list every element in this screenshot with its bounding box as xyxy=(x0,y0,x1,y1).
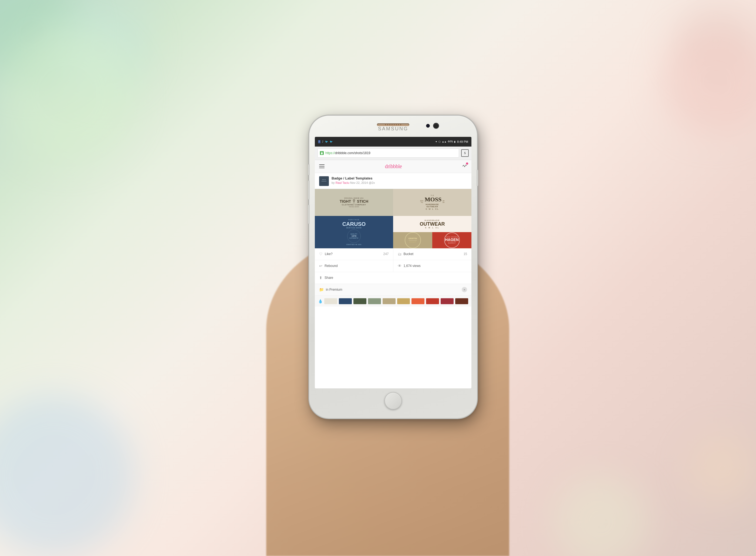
badge-handmade: HANDMADE OUTWEAR S M L XL xyxy=(393,216,472,232)
phone-screen[interactable]: f ⤴ 🐦 🐦 ✦ ⬡ ▲▲ 44% ▮ 8:49 PM xyxy=(315,137,472,388)
badge-right-column: HANDMADE OUTWEAR S M L XL GRIFFIN xyxy=(393,216,472,248)
shot-avatar: BADGE BUILDER xyxy=(319,176,329,186)
home-button[interactable] xyxy=(384,392,402,410)
shot-date: Nov 22, 2014 xyxy=(350,181,368,184)
dribbble-header: dribbble xyxy=(315,160,472,173)
palette-swatch-2[interactable] xyxy=(339,298,352,304)
bucket-action[interactable]: 🗂 Bucket 15 xyxy=(393,248,472,260)
heart-icon: ♡ xyxy=(319,252,323,256)
tabs-count: 5 xyxy=(464,151,466,155)
speaker-dot xyxy=(391,124,392,125)
griffin-circle: GRIFFIN KNIGHT xyxy=(405,232,421,248)
status-bar-right: ✦ ⬡ ▲▲ 44% ▮ 8:49 PM xyxy=(435,140,468,143)
shot-meta: by Raul Taciu Nov 22, 2014 @2x xyxy=(332,181,467,184)
badge-griffin: GRIFFIN KNIGHT xyxy=(393,232,432,248)
front-camera-lens xyxy=(433,123,439,129)
folder-icon: 📁 xyxy=(319,287,324,292)
dribbble-logo-text: dribbble xyxy=(385,163,402,170)
battery-text: 44% xyxy=(448,140,453,143)
notification-dot xyxy=(466,163,468,165)
griffin-sub: KNIGHT xyxy=(409,241,416,243)
close-x: ✕ xyxy=(463,288,466,291)
volume-down-button[interactable] xyxy=(308,180,310,200)
like-action[interactable]: ♡ Like? 247 xyxy=(315,248,393,260)
palette-swatch-10[interactable] xyxy=(455,298,468,304)
palette-swatch-5[interactable] xyxy=(383,298,396,304)
menu-button[interactable] xyxy=(319,164,324,168)
action-row-2: ↩ Rebound 👁 1,674 views xyxy=(315,260,472,272)
bokeh-6 xyxy=(0,394,135,556)
hamburger-line-2 xyxy=(319,166,324,167)
griffin-divider xyxy=(409,240,417,241)
palette-swatch-7[interactable] xyxy=(411,298,424,304)
badge-tight-stich: ORIGINAL DENIM USA TIGHT STICH CLOTHING … xyxy=(315,189,393,216)
badge-bottom-row: GRIFFIN KNIGHT VON HAGEN HAGEN S xyxy=(393,232,472,248)
dropper-icon[interactable]: 💧 xyxy=(318,299,323,303)
bucket-label: Bucket xyxy=(404,252,414,256)
badge-moss: ? 2 EST. TO MOSS 20 04 H xyxy=(393,189,472,216)
signal-icon: ▲▲ xyxy=(442,140,447,143)
views-action: 👁 1,674 views xyxy=(393,260,472,272)
hand-sizes: S M L XL xyxy=(425,227,439,229)
activity-button[interactable] xyxy=(462,164,467,169)
front-sensor xyxy=(426,124,430,128)
https-label: https:// xyxy=(325,151,335,155)
phone-device: SAMSUNG f ⤴ 🐦 🐦 ✦ ⬡ ▲▲ 44% ▮ 8:49 PM xyxy=(309,116,477,418)
shot-retina: @2x xyxy=(369,181,375,184)
phone-body: SAMSUNG f ⤴ 🐦 🐦 ✦ ⬡ ▲▲ 44% ▮ 8:49 PM xyxy=(309,116,477,418)
shot-info: Badge / Label Templates by Raul Taciu No… xyxy=(332,176,467,184)
moss-year-block: 20 04 xyxy=(443,200,444,203)
fb-icon: f xyxy=(318,140,320,143)
speaker-dot xyxy=(389,124,390,125)
ssl-lock-icon xyxy=(320,151,324,155)
url-input-field[interactable]: https://dribbble.com/shots/1819 xyxy=(317,148,459,158)
palette-swatch-4[interactable] xyxy=(368,298,381,304)
hamburger-line-1 xyxy=(319,164,324,165)
eye-icon: 👁 xyxy=(398,264,402,268)
moss-handmade: HANDMADE xyxy=(426,204,439,205)
palette-swatch-1[interactable] xyxy=(324,298,337,304)
wifi-icon: ⬡ xyxy=(439,140,441,143)
premium-close-button[interactable]: ✕ xyxy=(462,287,467,292)
moss-name: MOSS xyxy=(425,197,442,202)
power-button[interactable] xyxy=(477,170,478,186)
rebound-icon: ↩ xyxy=(319,264,322,268)
speaker-grill xyxy=(377,123,409,126)
shot-image[interactable]: ORIGINAL DENIM USA TIGHT STICH CLOTHING … xyxy=(315,189,472,248)
palette-swatch-6[interactable] xyxy=(397,298,410,304)
speaker-dot xyxy=(385,124,386,125)
moss-est-block: EST. TO xyxy=(420,200,424,203)
url-text: https://dribbble.com/shots/1819 xyxy=(325,151,371,155)
browser-url-bar[interactable]: https://dribbble.com/shots/1819 5 xyxy=(315,146,472,160)
tight-word-1: TIGHT xyxy=(340,199,351,204)
shot-author[interactable]: Raul Taciu xyxy=(336,181,349,184)
moss-to-text: TO xyxy=(421,202,423,203)
battery-icon: ▮ xyxy=(454,140,455,143)
views-label: 1,674 views xyxy=(404,264,421,268)
tight-label-3: TRADE MARK xyxy=(349,206,359,208)
palette-swatch-9[interactable] xyxy=(441,298,454,304)
share-icon: ⬆ xyxy=(319,276,322,280)
tight-label-2: CLOTHING COMPANY xyxy=(342,204,366,206)
bixby-button[interactable] xyxy=(308,205,310,224)
palette-swatch-8[interactable] xyxy=(426,298,439,304)
badge-caruso: HERITAGE CARUSO HERITAGE DENIM QUALITY 1… xyxy=(315,216,393,248)
hagen-circle: VON HAGEN HAGEN SUPPLY xyxy=(444,232,460,248)
moss-main: EST. TO MOSS 20 04 xyxy=(420,197,444,203)
tabs-button[interactable]: 5 xyxy=(461,149,469,157)
rebound-action[interactable]: ↩ Rebound xyxy=(315,260,393,272)
moss-sizes: S M L XL xyxy=(425,208,439,210)
needle-icon xyxy=(352,199,356,204)
bucket-icon: 🗂 xyxy=(398,252,402,256)
caruso-year: 1978 xyxy=(351,235,356,237)
shot-title: Badge / Label Templates xyxy=(332,176,467,180)
volume-up-button[interactable] xyxy=(308,164,310,175)
premium-row[interactable]: 📁 in Premium ✕ xyxy=(315,284,472,296)
share-action[interactable]: ⬆ Share xyxy=(315,272,472,284)
svg-text:BUILDER: BUILDER xyxy=(321,180,327,182)
svg-text:BADGE: BADGE xyxy=(322,179,326,180)
palette-swatch-3[interactable] xyxy=(353,298,367,304)
speaker-dot xyxy=(396,124,397,125)
rebound-label: Rebound xyxy=(324,264,338,268)
twitter-icon-1: 🐦 xyxy=(325,140,328,143)
